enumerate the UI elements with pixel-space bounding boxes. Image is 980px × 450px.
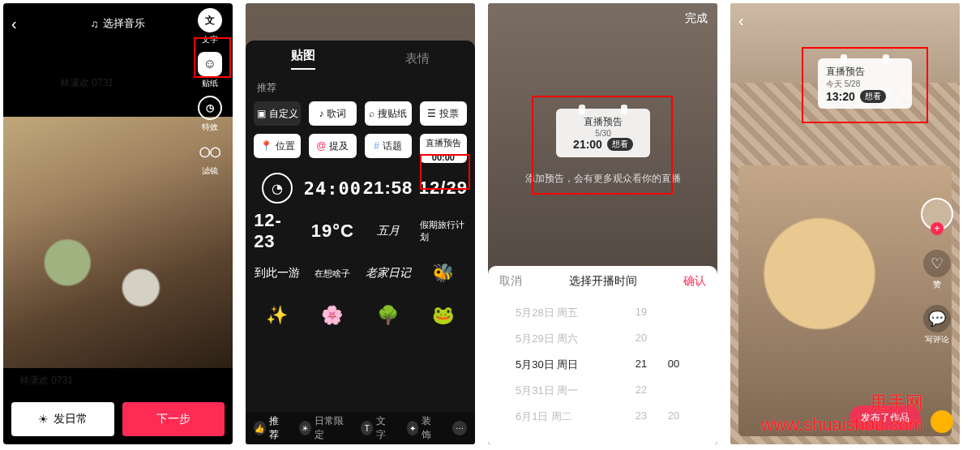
- sticker-time-digital[interactable]: 24:00: [309, 174, 356, 203]
- chip-topic[interactable]: # 话题: [365, 134, 412, 158]
- sun-icon: ☀: [38, 413, 49, 426]
- card-want: 想看: [607, 138, 633, 151]
- select-music[interactable]: ♫ 选择音乐: [91, 16, 146, 31]
- sticker-travel-plan[interactable]: 假期旅行计划: [420, 216, 467, 246]
- chip-mention-label: 提及: [329, 139, 349, 153]
- screen-time-picker: 完成 直播预告 5/30 21:00 想看 添加预告，会有更多观众看你的直播 取…: [488, 3, 717, 444]
- bb-text-label: 文字: [376, 414, 392, 442]
- chip-live-preview-time: 00:00: [432, 152, 455, 162]
- tab-sticker[interactable]: 贴图: [291, 48, 315, 70]
- bb-decor-label: 装饰: [422, 414, 438, 442]
- sticker-panel: 贴图 表情 推荐 ▣ 自定义 ♪ 歌词 ⌕ 搜贴纸 ☰ 投票 📍 位置: [246, 41, 475, 444]
- sticker-flower[interactable]: 🌸: [309, 301, 356, 330]
- sticker-thinking[interactable]: 在想啥子: [309, 259, 356, 288]
- sticker-date-dash[interactable]: 12-23: [254, 216, 301, 246]
- bb-text[interactable]: T文字: [361, 414, 392, 442]
- sticker-sparkle[interactable]: ✨: [254, 301, 301, 330]
- watermark-text: 林潇欢 0731: [60, 76, 113, 90]
- panel-tabs: 贴图 表情: [246, 41, 475, 76]
- chip-topic-label: 话题: [383, 139, 402, 153]
- live-preview-card[interactable]: 直播预告 今天 5/28 13:20 想看: [818, 58, 912, 109]
- decor-icon: ✦: [407, 421, 419, 435]
- text-icon: T: [361, 421, 373, 435]
- bb-recommend-label: 推荐: [269, 414, 285, 442]
- back-icon[interactable]: ‹: [11, 15, 17, 33]
- thumb-icon: 👍: [254, 421, 266, 435]
- chip-grid: ▣ 自定义 ♪ 歌词 ⌕ 搜贴纸 ☰ 投票 📍 位置 @ 提及: [246, 95, 475, 169]
- chip-vote[interactable]: ☰ 投票: [420, 101, 467, 126]
- bb-more[interactable]: ⋯: [452, 421, 467, 435]
- tool-text-label: 文字: [202, 34, 218, 45]
- image-icon: ▣: [257, 108, 266, 119]
- sheet-header: 取消 选择开播时间 确认: [488, 266, 717, 297]
- recommend-label: 推荐: [246, 76, 475, 95]
- picker-row[interactable]: 5月29日 周六20: [488, 326, 717, 352]
- chip-mention[interactable]: @ 提及: [309, 134, 356, 158]
- sticker-visited[interactable]: 到此一游: [254, 259, 301, 288]
- live-preview-card[interactable]: 直播预告 5/30 21:00 想看: [556, 109, 650, 157]
- chip-search-label: 搜贴纸: [378, 107, 407, 121]
- music-label: 选择音乐: [103, 16, 145, 31]
- chip-lyrics[interactable]: ♪ 歌词: [309, 101, 356, 126]
- card-title: 直播预告: [826, 65, 865, 79]
- back-icon[interactable]: ‹: [738, 11, 744, 30]
- cancel-button[interactable]: 取消: [499, 274, 522, 289]
- at-icon: @: [316, 140, 326, 152]
- sticker-time[interactable]: 21:58: [365, 174, 412, 203]
- publish-daily-button[interactable]: ☀ 发日常: [11, 402, 114, 436]
- picker-row[interactable]: 5月30日 周日2100: [488, 352, 717, 378]
- bb-daily[interactable]: ☀日常限定: [299, 414, 346, 442]
- sticker-tree[interactable]: 🌳: [365, 301, 412, 330]
- tab-emoji[interactable]: 表情: [405, 51, 430, 66]
- chip-lyrics-label: 歌词: [327, 107, 346, 121]
- chip-custom[interactable]: ▣ 自定义: [254, 101, 301, 126]
- comment-button[interactable]: 💬 写评论: [923, 305, 951, 345]
- watermark-text: 林潇欢 0731: [19, 374, 73, 388]
- picker-row[interactable]: 5月31日 周一22: [488, 378, 717, 404]
- chip-live-preview-label: 直播预告: [426, 137, 461, 149]
- sticker-date-slash[interactable]: 12/29: [420, 174, 467, 203]
- next-label: 下一步: [156, 412, 190, 426]
- sticker-grid: ◔ 24:00 21:58 12/29 12-23 19°C 五月 假期旅行计划…: [246, 169, 475, 333]
- like-button[interactable]: ♡ 赞: [923, 250, 951, 290]
- sticker-bee[interactable]: 🐝: [420, 259, 467, 288]
- comment-icon: 💬: [923, 305, 951, 332]
- chip-search-sticker[interactable]: ⌕ 搜贴纸: [365, 101, 412, 126]
- chip-location[interactable]: 📍 位置: [254, 134, 301, 158]
- screen-edit: ‹ ♫ 选择音乐 文 文字 ☺ 贴纸 ◷ 特效 ◯◯ 滤镜 林潇欢 0731 林…: [3, 3, 233, 444]
- heart-icon: ♡: [923, 250, 951, 277]
- chip-live-preview[interactable]: 直播预告 00:00: [420, 134, 467, 163]
- card-time: 21:00: [573, 138, 602, 151]
- chip-location-label: 位置: [276, 139, 295, 153]
- sticker-clock-icon[interactable]: ◔: [262, 173, 293, 204]
- tool-sticker-label: 贴纸: [202, 78, 218, 89]
- follow-plus-icon: +: [931, 222, 944, 235]
- picker-rows[interactable]: 5月28日 周五195月29日 周六205月30日 周日21005月31日 周一…: [488, 297, 717, 433]
- done-button[interactable]: 完成: [685, 11, 708, 26]
- list-icon: ☰: [427, 108, 436, 119]
- next-button[interactable]: 下一步: [122, 402, 225, 436]
- confirm-button[interactable]: 确认: [683, 274, 706, 289]
- panel-bottombar: 👍推荐 ☀日常限定 T文字 ✦装饰 ⋯: [246, 412, 475, 444]
- tool-filter-label: 滤镜: [202, 165, 218, 177]
- tool-text[interactable]: 文 文字: [192, 8, 228, 45]
- watermark-line1: 甩手网: [760, 392, 923, 414]
- music-disc-icon[interactable]: [931, 410, 953, 433]
- picker-row[interactable]: 5月28日 周五19: [488, 300, 717, 326]
- sticker-home-diary[interactable]: 老家日记: [365, 259, 412, 288]
- hint-text: 添加预告，会有更多观众看你的直播: [488, 172, 717, 186]
- sticker-temp[interactable]: 19°C: [309, 216, 356, 246]
- tool-fx[interactable]: ◷ 特效: [192, 96, 228, 133]
- bb-recommend[interactable]: 👍推荐: [254, 414, 285, 442]
- tool-sticker[interactable]: ☺ 贴纸: [192, 52, 228, 89]
- bottom-actions: ☀ 发日常 下一步: [11, 402, 225, 436]
- search-icon: ⌕: [369, 108, 374, 119]
- tool-filter[interactable]: ◯◯ 滤镜: [192, 139, 228, 177]
- publish-daily-label: 发日常: [53, 412, 88, 426]
- author-avatar-wrap[interactable]: +: [921, 198, 953, 235]
- sticker-month[interactable]: 五月: [365, 216, 412, 246]
- picker-row[interactable]: 6月1日 周二2320: [488, 404, 717, 430]
- sticker-frog[interactable]: 🐸: [420, 301, 467, 330]
- comment-label: 写评论: [925, 334, 949, 345]
- bb-decor[interactable]: ✦装饰: [407, 414, 438, 442]
